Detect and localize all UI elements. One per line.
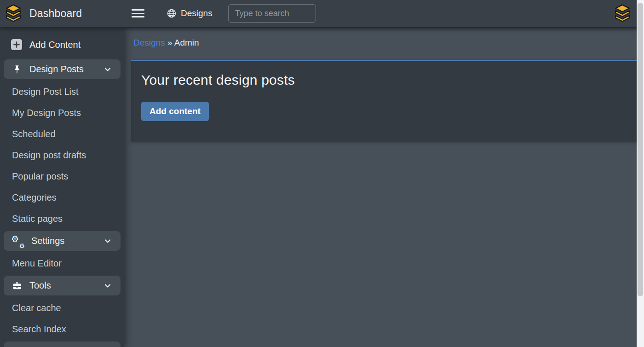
nav-link-label: Designs: [181, 8, 213, 18]
sidebar-item-scheduled[interactable]: Scheduled: [0, 123, 124, 145]
hamburger-menu-icon[interactable]: [132, 8, 144, 18]
sidebar-group-settings[interactable]: ⚙ ⚙ Settings: [4, 231, 121, 251]
sidebar-item-menu-editor[interactable]: Menu Editor: [0, 253, 124, 274]
scrollbar-thumb[interactable]: [638, 3, 643, 296]
recent-posts-panel: Your recent design posts Add content: [131, 60, 637, 142]
sidebar-item-label: My Design Posts: [12, 108, 81, 118]
sidebar-item-clear-cache[interactable]: Clear cache: [0, 297, 124, 318]
sidebar-item-label: Clear cache: [12, 303, 61, 313]
gears-icon: ⚙ ⚙: [12, 236, 24, 247]
sidebar-item-popular-posts[interactable]: Popular posts: [0, 166, 124, 187]
sidebar-item-categories[interactable]: Categories: [0, 187, 124, 208]
sidebar-item-label: Menu Editor: [12, 258, 62, 269]
main-content: Designs » Admin Your recent design posts…: [124, 28, 644, 347]
sidebar-group-design-posts[interactable]: Design Posts: [4, 59, 121, 79]
sidebar-group-tools[interactable]: Tools: [4, 276, 121, 295]
sidebar-group-label: Design Posts: [29, 64, 84, 75]
panel-title: Your recent design posts: [141, 72, 627, 88]
layers-logo-icon: [4, 4, 23, 23]
search-input[interactable]: [228, 4, 316, 23]
brand-title: Dashboard: [29, 7, 82, 20]
nav-link-designs[interactable]: Designs: [167, 8, 213, 18]
sidebar-item-label: Add Content: [29, 40, 80, 50]
sidebar-group-label: Tools: [29, 280, 51, 291]
breadcrumb-current: Admin: [174, 38, 199, 47]
sidebar-item-static-pages[interactable]: Static pages: [0, 208, 124, 229]
sidebar-item-label: Design post drafts: [12, 150, 86, 161]
sidebar-item-label: Popular posts: [12, 171, 68, 182]
sidebar-item-search-index[interactable]: Search Index: [0, 318, 124, 340]
layers-logo-icon[interactable]: [613, 4, 632, 23]
sidebar-item-label: Scheduled: [12, 129, 56, 139]
sidebar-item-design-post-list[interactable]: Design Post List: [0, 81, 124, 102]
add-content-button[interactable]: Add content: [141, 102, 209, 121]
sidebar: Add Content Design Posts Design Post Li: [0, 28, 124, 347]
globe-icon: [167, 8, 177, 18]
sidebar-item-label: Categories: [12, 192, 57, 203]
sidebar-item-label: Static pages: [12, 214, 63, 224]
app-window: Dashboard Designs: [0, 0, 644, 347]
breadcrumb-separator: »: [167, 38, 172, 47]
top-bar: Dashboard Designs: [0, 0, 644, 28]
plus-square-icon: [11, 39, 22, 50]
sidebar-group-label: Settings: [31, 236, 64, 246]
body: Add Content Design Posts Design Post Li: [0, 28, 644, 347]
breadcrumb-link-designs[interactable]: Designs: [133, 38, 165, 47]
sidebar-item-label: Design Post List: [12, 87, 79, 97]
pushpin-icon: [12, 64, 22, 75]
search: [228, 4, 316, 23]
chevron-down-icon: [103, 237, 112, 246]
chevron-down-icon: [103, 65, 112, 74]
vertical-scrollbar[interactable]: [637, 0, 644, 347]
brand[interactable]: Dashboard: [0, 4, 124, 23]
briefcase-icon: [12, 281, 22, 291]
sidebar-item-label: Search Index: [12, 324, 66, 335]
sidebar-group-user[interactable]: User: [4, 341, 121, 347]
breadcrumb: Designs » Admin: [131, 28, 637, 60]
sidebar-item-design-post-drafts[interactable]: Design post drafts: [0, 145, 124, 166]
chevron-down-icon: [103, 281, 112, 290]
sidebar-item-my-design-posts[interactable]: My Design Posts: [0, 102, 124, 123]
sidebar-item-add-content[interactable]: Add Content: [0, 32, 124, 58]
